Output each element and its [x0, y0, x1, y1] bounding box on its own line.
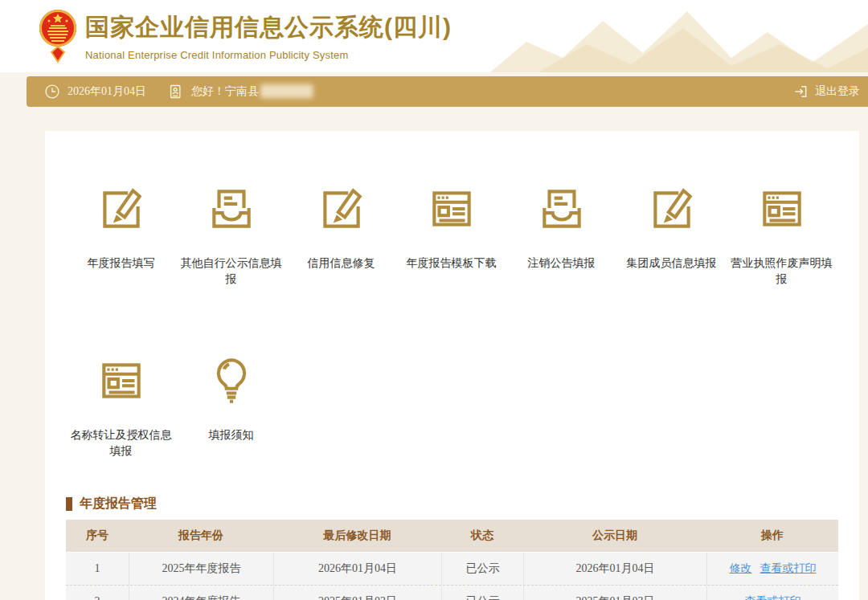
- table-header-row: 序号 报告年份 最后修改日期 状态 公示日期 操作: [66, 520, 838, 552]
- site-header: 国家企业信用信息公示系统(四川) National Enterprise Cre…: [0, 0, 868, 72]
- row-actions: 查看或打印: [706, 586, 838, 600]
- user-status-bar: 2026年01月04日 您好！宁南县 ████████ 退出登录: [27, 76, 868, 107]
- table-row: 1 2025年年度报告 2026年01月04日 已公示 2026年01月04日 …: [66, 552, 838, 585]
- edit-icon: [95, 182, 148, 235]
- site-title: 国家企业信用信息公示系统(四川): [85, 11, 452, 44]
- annual-report-table: 序号 报告年份 最后修改日期 状态 公示日期 操作 1 2025年年度报告 20…: [66, 520, 838, 600]
- site-subtitle: National Enterprise Credit Information P…: [85, 49, 452, 61]
- row-publish-date: 2026年01月04日: [523, 553, 706, 585]
- bulb-icon: [205, 354, 258, 407]
- row-last-modified: 2026年01月04日: [273, 553, 441, 585]
- section-title: 年度报告管理: [66, 496, 838, 512]
- inbox-icon: [535, 182, 588, 235]
- module-label: 年度报告填写: [88, 255, 155, 271]
- template-icon: [425, 182, 478, 235]
- template-icon: [755, 182, 809, 235]
- module-tile-license-invalidation[interactable]: 营业执照作废声明填报: [727, 182, 837, 287]
- module-label: 营业执照作废声明填报: [727, 255, 837, 287]
- current-date: 2026年01月04日: [68, 84, 146, 99]
- redacted-company-name: ████████: [260, 85, 311, 98]
- inbox-icon: [205, 182, 258, 235]
- annual-report-section: 年度报告管理 序号 报告年份 最后修改日期 状态 公示日期 操作 1 2025年…: [66, 496, 838, 600]
- row-publish-date: 2025年01月03日: [523, 586, 706, 600]
- module-label: 信用信息修复: [308, 255, 375, 271]
- module-label: 注销公告填报: [528, 255, 596, 271]
- logout-label: 退出登录: [815, 84, 860, 99]
- section-title-marker: [66, 497, 72, 511]
- module-tile-other-publicity-info[interactable]: 其他自行公示信息填报: [176, 182, 286, 287]
- module-tile-template-download[interactable]: 年度报告模板下载: [396, 182, 506, 287]
- content-card: 年度报告填写 其他自行公示信息填报 信用信息修复 年度报告模板下载 注销公告填报: [45, 131, 859, 600]
- module-grid: 年度报告填写 其他自行公示信息填报 信用信息修复 年度报告模板下载 注销公告填报: [66, 131, 838, 459]
- user-badge-icon: [167, 84, 183, 100]
- row-last-modified: 2025年01月03日: [273, 586, 441, 600]
- table-row: 2 2024年年度报告 2025年01月03日 已公示 2025年01月03日 …: [66, 585, 838, 600]
- mountain-watermark: [490, 0, 868, 72]
- row-no: 2: [66, 586, 129, 600]
- modify-link[interactable]: 修改: [730, 561, 752, 576]
- col-header-actions: 操作: [706, 520, 838, 552]
- module-tile-cancellation-notice[interactable]: 注销公告填报: [506, 182, 616, 287]
- module-tile-name-transfer-auth[interactable]: 名称转让及授权信息填报: [66, 354, 176, 459]
- row-status: 已公示: [441, 586, 523, 600]
- module-row-1: 年度报告填写 其他自行公示信息填报 信用信息修复 年度报告模板下载 注销公告填报: [66, 182, 838, 287]
- template-icon: [95, 354, 148, 407]
- module-tile-filing-notice[interactable]: 填报须知: [176, 354, 286, 459]
- module-label: 名称转让及授权信息填报: [66, 427, 176, 459]
- module-tile-group-member-info[interactable]: 集团成员信息填报: [616, 182, 727, 287]
- col-header-publish-date: 公示日期: [523, 520, 706, 552]
- col-header-status: 状态: [441, 520, 523, 552]
- edit-icon: [315, 182, 368, 235]
- clock-icon: [44, 84, 60, 100]
- module-label: 集团成员信息填报: [627, 255, 717, 271]
- edit-icon: [645, 182, 698, 235]
- logout-button[interactable]: 退出登录: [792, 84, 868, 100]
- module-tile-credit-repair[interactable]: 信用信息修复: [286, 182, 396, 287]
- module-label: 年度报告模板下载: [407, 255, 497, 271]
- row-report-year: 2024年年度报告: [129, 586, 273, 600]
- col-header-report-year: 报告年份: [129, 520, 273, 552]
- national-emblem-logo: [38, 7, 78, 63]
- col-header-no: 序号: [66, 520, 129, 552]
- logout-icon: [792, 84, 809, 100]
- module-label: 其他自行公示信息填报: [176, 255, 286, 287]
- view-or-print-link[interactable]: 查看或打印: [760, 561, 817, 576]
- module-row-2: 名称转让及授权信息填报 填报须知: [66, 354, 838, 459]
- col-header-last-modified: 最后修改日期: [273, 520, 441, 552]
- module-label: 填报须知: [209, 427, 254, 443]
- row-no: 1: [66, 553, 129, 585]
- section-title-text: 年度报告管理: [80, 496, 157, 512]
- row-report-year: 2025年年度报告: [129, 553, 273, 585]
- row-actions: 修改 查看或打印: [706, 553, 838, 585]
- module-tile-annual-report-fill[interactable]: 年度报告填写: [66, 182, 176, 287]
- user-greeting: 您好！宁南县: [191, 84, 259, 99]
- view-or-print-link[interactable]: 查看或打印: [745, 594, 801, 600]
- row-status: 已公示: [441, 553, 523, 585]
